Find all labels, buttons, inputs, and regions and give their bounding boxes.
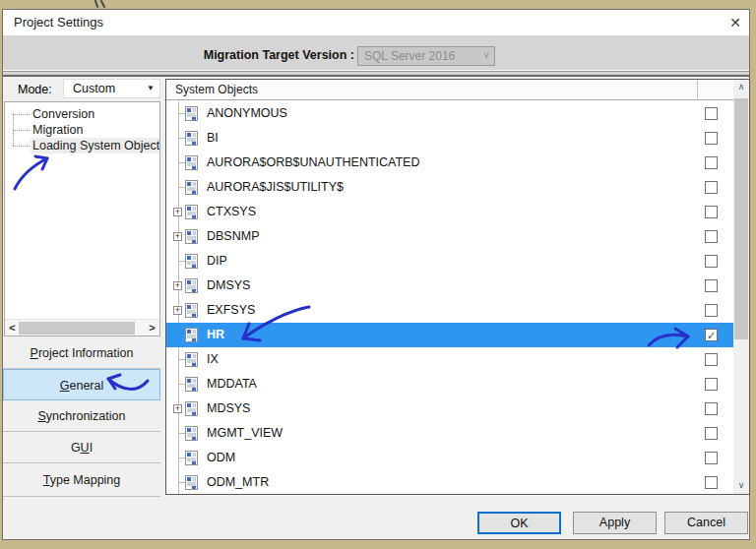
tree-expander-icon[interactable]: + bbox=[173, 306, 182, 315]
schema-object-icon bbox=[185, 401, 198, 416]
apply-button[interactable]: Apply bbox=[573, 512, 657, 534]
system-object-name: ODM bbox=[207, 446, 235, 470]
list-rows: ANONYMOUS BI AURORA$ORB$UNAU bbox=[166, 101, 733, 494]
system-object-row-ix[interactable]: IX bbox=[166, 347, 733, 372]
schema-object-icon bbox=[185, 106, 198, 121]
system-object-checkbox[interactable] bbox=[705, 181, 718, 194]
system-object-checkbox[interactable] bbox=[705, 279, 718, 292]
system-object-name: ANONYMOUS bbox=[207, 101, 287, 126]
system-object-name: EXFSYS bbox=[207, 298, 255, 323]
general-nav-button[interactable]: General bbox=[3, 369, 160, 400]
system-object-checkbox[interactable] bbox=[705, 206, 718, 218]
schema-object-icon bbox=[185, 475, 198, 490]
system-object-row-odm[interactable]: ODM bbox=[166, 446, 733, 470]
system-object-name: AURORA$JIS$UTILITY$ bbox=[207, 175, 344, 200]
system-object-checkbox[interactable] bbox=[705, 452, 718, 464]
settings-tree-item-conversion[interactable]: Conversion bbox=[5, 106, 159, 122]
target-version-label: Migration Target Version : bbox=[3, 35, 354, 75]
system-object-checkbox[interactable] bbox=[705, 255, 718, 268]
chevron-down-icon: ˅ bbox=[483, 47, 489, 65]
schema-object-icon bbox=[185, 254, 198, 269]
system-object-row-anonymous[interactable]: ANONYMOUS bbox=[166, 101, 733, 126]
tree-dash bbox=[13, 146, 30, 147]
schema-object-icon bbox=[185, 180, 198, 195]
system-object-row-dbsnmp[interactable]: + DBSNMP bbox=[166, 224, 733, 249]
scroll-right-icon[interactable]: > bbox=[146, 320, 158, 336]
system-object-checkbox[interactable] bbox=[705, 353, 718, 366]
schema-object-icon bbox=[185, 426, 198, 441]
schema-object-icon bbox=[185, 352, 198, 367]
system-object-checkbox[interactable] bbox=[705, 156, 718, 169]
system-object-checkbox[interactable] bbox=[705, 402, 718, 415]
system-object-row-mdsys[interactable]: + MDSYS bbox=[166, 396, 733, 421]
system-object-checkbox[interactable] bbox=[705, 107, 718, 120]
system-object-name: ODM_MTR bbox=[207, 470, 269, 495]
list-header-title: System Objects bbox=[175, 80, 258, 99]
system-object-checkbox[interactable]: ✓ bbox=[705, 329, 718, 341]
scroll-left-icon[interactable]: < bbox=[6, 320, 19, 336]
system-object-name: HR bbox=[207, 323, 224, 347]
schema-object-icon bbox=[185, 278, 198, 293]
system-objects-list: System Objects ∧ ∨ ANONYMOUS bbox=[165, 79, 750, 495]
schema-object-icon bbox=[185, 205, 198, 219]
scroll-up-icon[interactable]: ∧ bbox=[733, 80, 749, 95]
tree-dash bbox=[13, 130, 30, 131]
system-object-checkbox[interactable] bbox=[705, 427, 718, 440]
system-object-row-dip[interactable]: DIP bbox=[166, 249, 733, 274]
system-object-row-mgmt_view[interactable]: MGMT_VIEW bbox=[166, 421, 733, 446]
synchronization-nav-button[interactable]: Synchronization bbox=[3, 400, 160, 432]
tree-expander-icon[interactable]: + bbox=[173, 281, 182, 290]
system-object-name: DIP bbox=[207, 249, 227, 274]
system-object-row-mddata[interactable]: MDDATA bbox=[166, 372, 733, 396]
horizontal-scrollbar[interactable]: < > bbox=[5, 319, 159, 336]
type-mapping-nav-button[interactable]: Type Mapping bbox=[3, 463, 160, 497]
nav-button-label: General bbox=[60, 370, 103, 401]
system-object-row-ctxsys[interactable]: + CTXSYS bbox=[166, 200, 733, 224]
system-object-row-odm_mtr[interactable]: ODM_MTR bbox=[166, 470, 733, 495]
system-object-row-aurora$orb$unauthenticated[interactable]: AURORA$ORB$UNAUTHENTICATED bbox=[166, 151, 733, 175]
tree-expander-icon[interactable]: + bbox=[173, 232, 182, 241]
list-header: System Objects bbox=[166, 80, 733, 100]
horizontal-scrollbar-thumb[interactable] bbox=[19, 322, 135, 335]
settings-tree-item-loading-system-objects[interactable]: Loading System Objects bbox=[5, 138, 159, 153]
gui-nav-button[interactable]: GUI bbox=[3, 432, 160, 463]
system-object-checkbox[interactable] bbox=[705, 476, 718, 489]
column-divider bbox=[697, 80, 698, 100]
tree-item-label: Loading System Objects bbox=[31, 138, 160, 153]
tree-expander-icon[interactable]: + bbox=[173, 404, 182, 413]
scroll-down-icon[interactable]: ∨ bbox=[733, 478, 749, 494]
system-object-name: DBSNMP bbox=[207, 224, 259, 249]
tree-item-label: Migration bbox=[31, 122, 85, 138]
system-object-checkbox[interactable] bbox=[705, 378, 718, 391]
schema-object-icon bbox=[185, 377, 198, 392]
ok-button[interactable]: OK bbox=[477, 512, 561, 534]
mode-dropdown[interactable]: Custom ▼ bbox=[63, 79, 160, 98]
close-icon[interactable]: ✕ bbox=[723, 12, 748, 33]
vertical-scrollbar-thumb[interactable] bbox=[734, 98, 748, 339]
vertical-scrollbar[interactable]: ∧ ∨ bbox=[733, 80, 749, 494]
nav-button-label: Project Information bbox=[31, 337, 134, 369]
mode-value: Custom bbox=[73, 80, 115, 97]
schema-object-icon bbox=[185, 303, 198, 318]
system-object-checkbox[interactable] bbox=[705, 304, 718, 317]
system-object-checkbox[interactable] bbox=[705, 132, 718, 145]
system-object-row-exfsys[interactable]: + EXFSYS bbox=[166, 298, 733, 323]
target-version-dropdown: SQL Server 2016 ˅ bbox=[357, 46, 495, 66]
system-object-row-dmsys[interactable]: + DMSYS bbox=[166, 274, 733, 298]
system-object-row-bi[interactable]: BI bbox=[166, 126, 733, 151]
settings-tree: Conversion Migration Loading System Obje… bbox=[4, 101, 160, 336]
schema-object-icon bbox=[185, 229, 198, 244]
system-object-checkbox[interactable] bbox=[705, 230, 718, 243]
project-information-nav-button[interactable]: Project Information bbox=[3, 337, 160, 369]
tree-expander-icon[interactable]: + bbox=[173, 208, 182, 216]
settings-nav: Project Information General Synchronizat… bbox=[3, 337, 160, 497]
system-object-row-aurora$jis$utility$[interactable]: AURORA$JIS$UTILITY$ bbox=[166, 175, 733, 200]
target-version-value: SQL Server 2016 bbox=[364, 47, 455, 65]
cancel-button[interactable]: Cancel bbox=[664, 512, 748, 534]
system-object-name: BI bbox=[207, 126, 219, 151]
nav-button-label: Type Mapping bbox=[43, 463, 121, 497]
settings-tree-item-migration[interactable]: Migration bbox=[5, 122, 159, 138]
system-object-row-hr[interactable]: HR ✓ bbox=[166, 323, 733, 347]
schema-object-icon bbox=[185, 131, 198, 146]
system-object-name: MGMT_VIEW bbox=[207, 421, 283, 446]
